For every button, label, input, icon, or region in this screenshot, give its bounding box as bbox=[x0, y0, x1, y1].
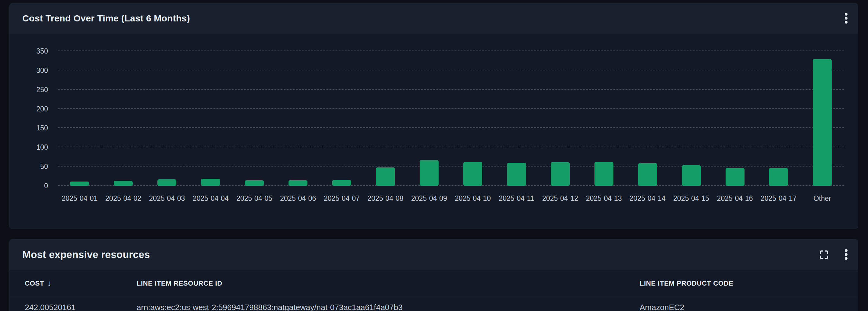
y-tick-label-150: 150 bbox=[36, 124, 48, 132]
bar-slot bbox=[757, 51, 801, 186]
resource-id-cell: arn:aws:ec2:us-west-2:596941798863:natga… bbox=[121, 303, 624, 311]
bar-2025-04-15[interactable] bbox=[682, 165, 701, 186]
bar-slot bbox=[189, 51, 232, 186]
kebab-dot bbox=[845, 17, 847, 20]
x-tick-label-2025-04-16: 2025-04-16 bbox=[713, 194, 757, 203]
cost-trend-panel-title: Cost Trend Over Time (Last 6 Months) bbox=[22, 13, 190, 24]
panel-actions bbox=[817, 247, 849, 262]
panel-cost-trend: Cost Trend Over Time (Last 6 Months) 050… bbox=[9, 3, 858, 229]
x-tick-label-2025-04-13: 2025-04-13 bbox=[582, 194, 626, 203]
x-tick-label-2025-04-02: 2025-04-02 bbox=[101, 194, 145, 203]
x-tick-label-2025-04-15: 2025-04-15 bbox=[669, 194, 713, 203]
y-tick-label-0: 0 bbox=[44, 182, 48, 190]
kebab-menu-icon[interactable] bbox=[843, 11, 849, 25]
bar-2025-04-12[interactable] bbox=[551, 162, 570, 186]
bar-2025-04-09[interactable] bbox=[420, 160, 439, 186]
cost-cell: 242.00520161 bbox=[9, 303, 121, 311]
kebab-dot bbox=[845, 253, 847, 256]
x-tick-label-2025-04-07: 2025-04-07 bbox=[320, 194, 364, 203]
x-tick-label-2025-04-06: 2025-04-06 bbox=[276, 194, 320, 203]
y-tick-label-250: 250 bbox=[36, 86, 48, 93]
y-tick-label-100: 100 bbox=[36, 144, 48, 151]
x-tick-label-2025-04-08: 2025-04-08 bbox=[364, 194, 407, 203]
panel-actions bbox=[843, 11, 849, 25]
bar-Other[interactable] bbox=[813, 59, 832, 186]
y-tick-label-50: 50 bbox=[40, 163, 48, 170]
bar-slot bbox=[451, 51, 495, 186]
bar-slot bbox=[495, 51, 538, 186]
product-code-cell: AmazonEC2 bbox=[624, 303, 858, 311]
kebab-dot bbox=[845, 257, 847, 260]
bar-slot bbox=[232, 51, 276, 186]
table-header-row: COST↓LINE ITEM RESOURCE IDLINE ITEM PROD… bbox=[9, 270, 858, 297]
kebab-dot bbox=[845, 13, 847, 16]
x-tick-label-2025-04-03: 2025-04-03 bbox=[145, 194, 189, 203]
bar-slot bbox=[626, 51, 669, 186]
cost-trend-panel-header: Cost Trend Over Time (Last 6 Months) bbox=[9, 3, 858, 33]
bar-slot bbox=[582, 51, 626, 186]
bar-slot bbox=[58, 51, 101, 186]
x-tick-label-2025-04-05: 2025-04-05 bbox=[232, 194, 276, 203]
kebab-dot bbox=[845, 249, 847, 252]
y-axis: 050100150200250300350 bbox=[9, 51, 48, 186]
x-axis: 2025-04-012025-04-022025-04-032025-04-04… bbox=[58, 194, 844, 203]
column-header-cost[interactable]: COST↓ bbox=[9, 279, 121, 288]
bar-slot bbox=[713, 51, 757, 186]
bar-2025-04-07[interactable] bbox=[332, 180, 351, 186]
bar-2025-04-10[interactable] bbox=[463, 162, 482, 186]
bar-2025-04-01[interactable] bbox=[70, 181, 89, 186]
x-tick-label-2025-04-11: 2025-04-11 bbox=[495, 194, 538, 203]
bar-2025-04-16[interactable] bbox=[725, 168, 745, 186]
panel-most-expensive-resources: Most expensive resources CO bbox=[9, 239, 858, 311]
sort-desc-arrow-icon: ↓ bbox=[48, 279, 52, 288]
x-tick-label-2025-04-04: 2025-04-04 bbox=[189, 194, 232, 203]
bar-slot bbox=[801, 51, 844, 186]
bar-2025-04-05[interactable] bbox=[245, 180, 264, 186]
resources-table: COST↓LINE ITEM RESOURCE IDLINE ITEM PROD… bbox=[9, 270, 858, 311]
expand-icon[interactable] bbox=[817, 247, 831, 262]
y-tick-label-200: 200 bbox=[36, 105, 48, 112]
x-tick-label-Other: Other bbox=[801, 194, 844, 203]
bar-2025-04-02[interactable] bbox=[114, 181, 133, 186]
bar-slot bbox=[364, 51, 407, 186]
bar-chart: 050100150200250300350 2025-04-012025-04-… bbox=[9, 33, 858, 229]
bar-2025-04-17[interactable] bbox=[769, 168, 788, 186]
column-header-label: COST bbox=[25, 280, 44, 287]
resources-panel-title: Most expensive resources bbox=[22, 249, 150, 260]
bar-2025-04-13[interactable] bbox=[594, 162, 613, 186]
bar-slot bbox=[407, 51, 451, 186]
bar-2025-04-14[interactable] bbox=[638, 163, 657, 186]
bar-2025-04-11[interactable] bbox=[507, 163, 526, 186]
table-row: 242.00520161arn:aws:ec2:us-west-2:596941… bbox=[9, 297, 858, 311]
kebab-dot bbox=[845, 21, 847, 24]
bar-slot bbox=[320, 51, 364, 186]
x-tick-label-2025-04-09: 2025-04-09 bbox=[407, 194, 451, 203]
bars-container bbox=[58, 51, 844, 186]
x-tick-label-2025-04-10: 2025-04-10 bbox=[451, 194, 495, 203]
table-body: 242.00520161arn:aws:ec2:us-west-2:596941… bbox=[9, 297, 858, 311]
bar-2025-04-08[interactable] bbox=[376, 167, 395, 186]
kebab-menu-icon[interactable] bbox=[843, 247, 849, 262]
y-tick-label-350: 350 bbox=[36, 48, 48, 55]
x-tick-label-2025-04-14: 2025-04-14 bbox=[626, 194, 669, 203]
column-header-label: LINE ITEM RESOURCE ID bbox=[136, 280, 222, 287]
y-tick-label-300: 300 bbox=[36, 67, 48, 74]
column-header-line-item-resource-id[interactable]: LINE ITEM RESOURCE ID bbox=[121, 280, 624, 287]
bar-slot bbox=[145, 51, 189, 186]
plot-area bbox=[58, 51, 844, 186]
dashboard-page: Cost Trend Over Time (Last 6 Months) 050… bbox=[0, 0, 868, 311]
bar-slot bbox=[101, 51, 145, 186]
bar-slot bbox=[276, 51, 320, 186]
resources-panel-header: Most expensive resources bbox=[9, 239, 858, 270]
x-tick-label-2025-04-12: 2025-04-12 bbox=[538, 194, 582, 203]
bar-slot bbox=[538, 51, 582, 186]
bar-2025-04-04[interactable] bbox=[201, 179, 220, 186]
bar-2025-04-03[interactable] bbox=[157, 179, 176, 186]
column-header-label: LINE ITEM PRODUCT CODE bbox=[640, 280, 734, 287]
column-header-line-item-product-code[interactable]: LINE ITEM PRODUCT CODE bbox=[624, 280, 858, 287]
bar-2025-04-06[interactable] bbox=[288, 180, 307, 186]
x-tick-label-2025-04-17: 2025-04-17 bbox=[757, 194, 801, 203]
bar-slot bbox=[669, 51, 713, 186]
x-tick-label-2025-04-01: 2025-04-01 bbox=[58, 194, 101, 203]
